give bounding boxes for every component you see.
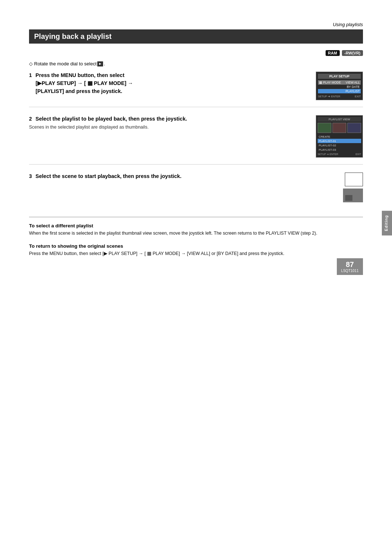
- step-2-title: 2 Select the playlist to be played back,…: [29, 115, 309, 123]
- badge-ram: RAM: [326, 50, 340, 56]
- prereq-period: .: [104, 61, 105, 66]
- step-3-visuals: [316, 173, 363, 202]
- page-code: LSQT1011: [341, 269, 359, 273]
- step-2-number: 2: [29, 116, 32, 122]
- prereq-text: Rotate the mode dial to select: [34, 61, 97, 66]
- step-3-text: Select the scene to start playback, then…: [36, 173, 181, 179]
- page-number: 87: [341, 260, 359, 269]
- screen-box-1: PLAY SETUP ▦ PLAY MODE VIEW ALL BY DATE …: [316, 72, 363, 100]
- screen-2-title: PLAYLIST VIEW: [318, 117, 361, 122]
- step-3-row: 3 Select the scene to start playback, th…: [29, 173, 363, 209]
- note-return-original-title: To return to showing the original scenes: [29, 243, 363, 249]
- screen-1-title: PLAY SETUP: [318, 74, 361, 79]
- screen-1-footer-left: SETUP ➜ ENTER: [318, 95, 340, 98]
- screen-1-row2-right: BY DATE: [347, 85, 360, 89]
- playlist-item-3: PLAYLIST-03: [318, 147, 361, 152]
- step-1-text-part2: [▶PLAY SETUP] → [ ▦ PLAY MODE] →: [36, 80, 133, 86]
- step-1-content: 1 Press the MENU button, then select [▶P…: [29, 72, 309, 97]
- step-3-number: 3: [29, 173, 32, 179]
- screen-1-row3-right: PLAYLIST: [346, 89, 360, 93]
- note-different-playlist: To select a different playlist When the …: [29, 223, 363, 237]
- playlist-item-1: PLAYLIST-01: [318, 139, 361, 143]
- section-label: Using playlists: [29, 22, 363, 27]
- step-3-content: 3 Select the scene to start playback, th…: [29, 173, 309, 182]
- diamond-icon: ◇: [29, 61, 33, 66]
- screen-1-row3: PLAYLIST: [318, 89, 361, 93]
- empty-screen-box: [345, 173, 363, 186]
- thumb-2: [332, 123, 346, 133]
- step-2-text: Select the playlist to be played back, t…: [36, 116, 187, 122]
- screen-box-2: PLAYLIST VIEW CREATE PLAYLIST-01 PLAYLIS…: [316, 115, 363, 158]
- screen-1-row1: ▦ PLAY MODE VIEW ALL: [318, 80, 361, 85]
- step-1-image: PLAY SETUP ▦ PLAY MODE VIEW ALL BY DATE …: [316, 72, 363, 100]
- editing-side-tab: Editing: [382, 211, 392, 235]
- screen-1-row1-left: ▦ PLAY MODE: [319, 81, 341, 84]
- step-2-image: PLAYLIST VIEW CREATE PLAYLIST-01 PLAYLIS…: [316, 115, 363, 158]
- divider: [29, 217, 363, 217]
- playlist-item-create: CREATE: [318, 134, 361, 139]
- play-icon-inline: ▶: [97, 61, 103, 66]
- step-1-number: 1: [29, 72, 32, 78]
- step-1-text-part1: Press the MENU button, then select: [36, 72, 124, 78]
- step-1-row: 1 Press the MENU button, then select [▶P…: [29, 72, 363, 107]
- step-2-content: 2 Select the playlist to be played back,…: [29, 115, 309, 130]
- step-1-text-part3: [PLAYLIST] and press the joystick.: [36, 88, 122, 94]
- page-number-box: 87 LSQT1011: [337, 258, 363, 275]
- step-1-title: 1 Press the MENU button, then select [▶P…: [29, 72, 309, 95]
- thumb-3: [347, 123, 361, 133]
- screen-2-footer-left: SETUP ➜ ENTER: [318, 153, 338, 156]
- screen-1-footer: SETUP ➜ ENTER EXIT: [318, 95, 361, 98]
- playlist-item-2: PLAYLIST-02: [318, 143, 361, 147]
- prereq-line: ◇ Rotate the mode dial to select ▶ .: [29, 61, 363, 66]
- page-title: Playing back a playlist: [29, 29, 363, 44]
- playlist-thumbnails: [318, 123, 361, 133]
- screen-1-row1-right: VIEW ALL: [346, 81, 360, 84]
- step-3-title: 3 Select the scene to start playback, th…: [29, 173, 309, 181]
- thumb-1: [318, 123, 331, 133]
- badge-rwvr: -RW(VR): [342, 50, 363, 56]
- scene-thumbnail: [343, 189, 363, 202]
- note-different-playlist-body: When the first scene is selected in the …: [29, 230, 363, 237]
- note-return-original: To return to showing the original scenes…: [29, 243, 363, 257]
- screen-2-footer: SETUP ➜ ENTER EXIT: [318, 153, 361, 156]
- step-2-row: 2 Select the playlist to be played back,…: [29, 115, 363, 165]
- note-return-original-body: Press the MENU button, then select [▶ PL…: [29, 250, 363, 257]
- note-different-playlist-title: To select a different playlist: [29, 223, 363, 228]
- screen-1-footer-right: EXIT: [355, 95, 361, 98]
- step-3-image: [316, 173, 363, 202]
- screen-2-footer-right: EXIT: [355, 153, 361, 156]
- screen-1-row2: BY DATE: [318, 85, 361, 89]
- step-2-subtitle: Scenes in the selected playlist are disp…: [29, 125, 309, 130]
